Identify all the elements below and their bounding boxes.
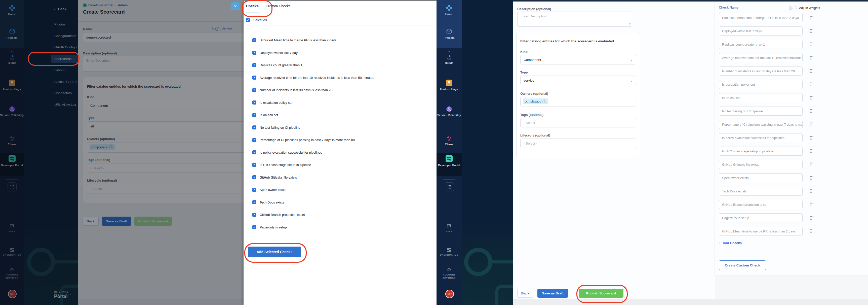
check-row[interactable]: Number of incidents in last 30 days is l… [252, 84, 374, 96]
checkbox-checked-icon[interactable] [252, 200, 256, 204]
sidebar-item-builds[interactable]: Builds [436, 54, 462, 65]
module-picker-button[interactable] [445, 182, 454, 191]
tab-custom-checks[interactable]: Custom Checks [266, 4, 290, 8]
check-row[interactable]: GitHub Branch protection is set [252, 209, 374, 221]
delete-check-button[interactable] [809, 109, 813, 114]
check-name-input[interactable]: Pagerduty is setup [719, 213, 803, 222]
sidebar-item-service-reliability[interactable]: Service Reliability [436, 106, 462, 117]
type-select[interactable]: service⌄ [520, 76, 636, 85]
checkbox-checked-icon[interactable] [252, 51, 256, 55]
check-name-input[interactable]: Average resolved time for the last 10 re… [719, 53, 803, 62]
delete-check-button[interactable] [809, 189, 813, 194]
select-all-row[interactable]: Select All [246, 18, 267, 22]
sidebar-item-developer-portal[interactable]: Developer Portal [436, 155, 462, 167]
checkbox-checked-icon[interactable] [252, 38, 256, 42]
sidebar-item-chaos[interactable]: Chaos [436, 135, 462, 146]
check-row[interactable]: Deployed within last 7 days [252, 47, 374, 59]
create-custom-check-button[interactable]: Create Custom Check [719, 260, 766, 270]
check-name-input[interactable]: Percentage of CI pipelines passing in pa… [719, 120, 803, 129]
checkbox-checked-icon[interactable] [252, 150, 256, 155]
checkbox-checked-icon[interactable] [252, 163, 256, 167]
check-row[interactable]: No test failing on CI pipeline [252, 121, 374, 134]
check-row[interactable]: Bitbucket Mean time to merge PR is less … [252, 34, 374, 47]
lifecycle-select[interactable]: - Select - [520, 139, 636, 148]
check-row[interactable]: Is policy evaluation successful for pipe… [252, 146, 374, 159]
checkbox-checked-icon[interactable] [246, 18, 250, 22]
sidebar-item-feature-flags[interactable]: Feature Flags [436, 80, 462, 91]
check-name-input[interactable]: Replicas count greater than 1 [719, 40, 803, 49]
check-name-input[interactable]: Is STO scan stage setup in pipeline [719, 146, 803, 156]
check-row[interactable]: Is escalation policy set [252, 96, 374, 109]
delete-check-button[interactable] [809, 82, 813, 87]
check-name-input[interactable]: Spec owner exists [719, 173, 803, 182]
kind-select[interactable]: Component⌄ [520, 55, 636, 64]
delete-check-button[interactable] [809, 216, 813, 221]
checkbox-checked-icon[interactable] [252, 63, 256, 67]
checkbox-checked-icon[interactable] [252, 113, 256, 117]
delete-check-button[interactable] [809, 29, 813, 34]
checkbox-checked-icon[interactable] [252, 225, 256, 229]
delete-check-button[interactable] [809, 229, 813, 234]
check-row[interactable]: Is STO scan stage setup in pipeline [252, 159, 374, 171]
check-name-input[interactable]: Is escalation policy set [719, 80, 803, 89]
check-name-input[interactable]: No test failing on CI pipeline [719, 107, 803, 116]
delete-check-button[interactable] [809, 149, 813, 154]
sidebar-item-dashboards[interactable]: DASHBOARDS [436, 247, 462, 257]
sidebar-item-help[interactable]: ? HELP [436, 224, 462, 233]
avatar[interactable]: DP [445, 289, 454, 298]
check-name-input[interactable]: Tech Docs exists [719, 187, 803, 196]
check-name-input[interactable]: GitHub Gitleaks file exists [719, 160, 803, 169]
adjust-weights-toggle[interactable] [789, 6, 797, 10]
save-as-draft-button[interactable]: Save as Draft [537, 288, 568, 298]
delete-check-button[interactable] [809, 202, 813, 207]
checkbox-checked-icon[interactable] [252, 138, 256, 142]
checkbox-checked-icon[interactable] [252, 175, 256, 179]
sidebar-item-projects[interactable]: Projects [436, 28, 462, 39]
check-name-input[interactable]: GitHub Mean time to merge PR is less tha… [719, 227, 803, 236]
check-row[interactable]: Percentage of CI pipelines passing in pa… [252, 134, 374, 146]
check-row[interactable]: Average resolved time for the last 10 re… [252, 72, 374, 84]
checkbox-checked-icon[interactable] [252, 126, 256, 130]
delete-check-button[interactable] [809, 175, 813, 181]
delete-check-button[interactable] [809, 16, 813, 21]
checkbox-checked-icon[interactable] [252, 76, 256, 80]
delete-check-button[interactable] [809, 95, 813, 101]
check-row[interactable]: GitHub Gitleaks file exists [252, 171, 374, 184]
check-row[interactable]: Pagerduty is setup [252, 221, 374, 234]
tags-select[interactable]: - Select - [520, 118, 636, 128]
checkbox-checked-icon[interactable] [252, 188, 256, 192]
check-row[interactable]: Is on-call set [252, 109, 374, 121]
check-name-input[interactable]: Bitbucket Mean time to merge PR is less … [719, 13, 803, 22]
delete-check-button[interactable] [809, 122, 813, 128]
delete-check-button[interactable] [809, 55, 813, 61]
add-selected-checks-button[interactable]: Add Selected Checks [248, 247, 301, 257]
sidebar-item-home[interactable]: Home [436, 4, 462, 16]
back-button[interactable]: Back [517, 288, 533, 298]
checkbox-checked-icon[interactable] [252, 88, 256, 92]
owner-chip[interactable]: ccmplayacc ✕ [523, 99, 548, 104]
modal-close-button[interactable]: ✕ [231, 2, 240, 10]
checkbox-checked-icon[interactable] [252, 213, 256, 217]
delete-check-button[interactable] [809, 136, 813, 141]
description-textarea[interactable]: Enter Description [517, 11, 632, 27]
delete-check-button[interactable] [809, 162, 813, 167]
resize-handle[interactable] [629, 23, 631, 26]
sidebar-item-account-settings[interactable]: ⚙ ACCOUNT SETTINGS [436, 267, 462, 280]
rail-divider [443, 179, 455, 180]
checkbox-checked-icon[interactable] [252, 101, 256, 105]
delete-check-button[interactable] [809, 42, 813, 47]
check-row[interactable]: Spec owner exists [252, 184, 374, 196]
check-name-input[interactable]: GitHub Branch protection is set [719, 200, 803, 209]
check-name-input[interactable]: Deployed within last 7 days [719, 26, 803, 35]
add-checks-link[interactable]: + Add Checks [719, 241, 742, 245]
publish-scorecard-button[interactable]: Publish Scorecard [579, 288, 623, 298]
tab-checks[interactable]: Checks [246, 4, 259, 8]
check-name-input[interactable]: Is policy evaluation successful for pipe… [719, 133, 803, 142]
delete-check-button[interactable] [809, 69, 813, 74]
check-name-input[interactable]: Is on-call set [719, 93, 803, 102]
chip-remove-icon[interactable]: ✕ [542, 100, 546, 103]
check-row[interactable]: Replicas count greater than 1 [252, 59, 374, 72]
scroll-up-icon[interactable]: ▲ [436, 49, 462, 53]
check-row[interactable]: Tech Docs exists [252, 196, 374, 209]
check-name-input[interactable]: Number of incidents in last 30 days is l… [719, 66, 803, 76]
